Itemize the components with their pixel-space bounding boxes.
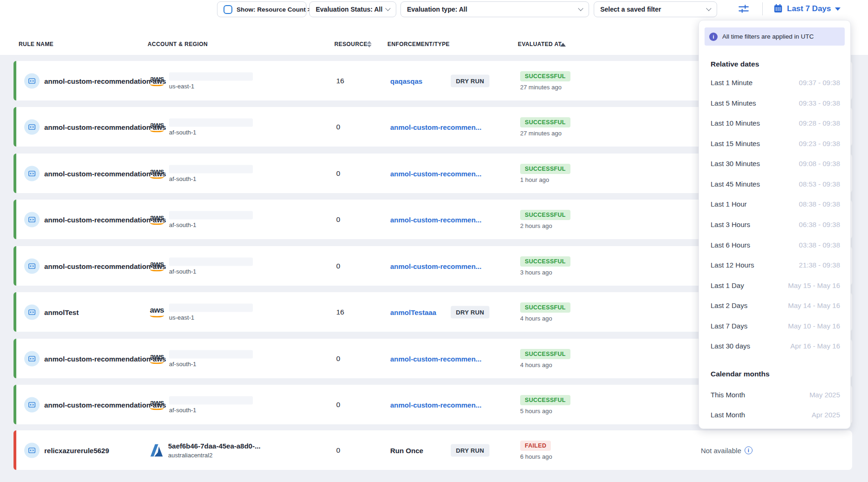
table-row[interactable]: relicxazurerule5629 5aef6b46-7daa-45ea-a… bbox=[14, 430, 852, 470]
status-badge: SUCCESSFUL bbox=[520, 117, 570, 127]
enforcement-link[interactable]: anmol-custom-recommen... bbox=[390, 215, 481, 223]
date-option-last-month[interactable]: Last Month Apr 2025 bbox=[711, 405, 840, 425]
date-option-last-15-minutes[interactable]: Last 15 Minutes 09:23 - 09:38 bbox=[711, 134, 840, 154]
date-option-last-2-days[interactable]: Last 2 Days May 14 - May 16 bbox=[711, 295, 840, 315]
evaluated-time: 1 hour ago bbox=[520, 176, 549, 183]
enforcement-link[interactable]: qaqasqas bbox=[390, 77, 422, 85]
evaluation-status-select[interactable]: Evaluation Status: All bbox=[309, 1, 396, 17]
option-range: 09:23 - 09:38 bbox=[799, 140, 840, 147]
date-option-last-45-minutes[interactable]: Last 45 Minutes 08:53 - 09:38 bbox=[711, 174, 840, 194]
date-option-last-30-minutes[interactable]: Last 30 Minutes 09:08 - 09:38 bbox=[711, 154, 840, 174]
evaluated-at-cell: SUCCESSFUL 5 hours ago bbox=[520, 395, 570, 415]
status-badge: SUCCESSFUL bbox=[520, 210, 570, 220]
evaluated-time: 5 hours ago bbox=[520, 408, 552, 415]
date-range-dropdown: i All time filters are applied in UTC Re… bbox=[698, 20, 851, 429]
region-label: af-south-1 bbox=[169, 221, 253, 228]
azure-logo-icon bbox=[148, 443, 165, 457]
option-label: Last 1 Day bbox=[711, 281, 744, 289]
account-id-redacted bbox=[169, 303, 253, 312]
status-accent-bar bbox=[14, 430, 16, 470]
filter-settings-button[interactable] bbox=[737, 3, 751, 16]
evaluated-at-cell: SUCCESSFUL 3 hours ago bbox=[520, 256, 570, 276]
account-id-redacted bbox=[169, 396, 253, 404]
date-option-last-3-hours[interactable]: Last 3 Hours 06:38 - 09:38 bbox=[711, 214, 840, 234]
header-evaluated-at[interactable]: EVALUATED AT bbox=[518, 41, 562, 47]
date-option-last-5-minutes[interactable]: Last 5 Minutes 09:33 - 09:38 bbox=[711, 93, 840, 113]
enforcement-link[interactable]: anmol-custom-recommen... bbox=[390, 262, 481, 270]
resource-count-checkbox[interactable] bbox=[224, 5, 232, 14]
utc-notice: i All time filters are applied in UTC bbox=[705, 27, 845, 46]
region-label: af-south-1 bbox=[169, 360, 253, 367]
enforcement-link[interactable]: anmolTestaaa bbox=[390, 308, 436, 316]
date-option-this-month[interactable]: This Month May 2025 bbox=[711, 385, 840, 405]
option-range: 09:28 - 09:38 bbox=[799, 119, 840, 127]
option-label: Last 10 Minutes bbox=[711, 119, 760, 127]
date-range-label: Last 7 Days bbox=[787, 4, 831, 13]
account-region-cell: aws af-south-1 bbox=[148, 118, 253, 135]
date-option-last-30-days[interactable]: Last 30 days Apr 16 - May 16 bbox=[711, 336, 840, 356]
date-option-last-6-hours[interactable]: Last 6 Hours 03:38 - 09:38 bbox=[711, 235, 840, 255]
status-accent-bar bbox=[14, 339, 16, 378]
enforcement-link[interactable]: anmol-custom-recommen... bbox=[390, 169, 481, 177]
status-badge: SUCCESSFUL bbox=[520, 395, 570, 405]
status-badge: SUCCESSFUL bbox=[520, 71, 570, 81]
date-option-last-10-minutes[interactable]: Last 10 Minutes 09:28 - 09:38 bbox=[711, 113, 840, 133]
resource-count: 0 bbox=[336, 355, 340, 363]
aws-logo-icon: aws bbox=[148, 261, 166, 272]
saved-filter-select[interactable]: Select a saved filter bbox=[594, 1, 717, 17]
aws-logo-icon: aws bbox=[148, 168, 166, 179]
region-label: af-south-1 bbox=[169, 406, 253, 413]
header-rule-name: RULE NAME bbox=[19, 41, 54, 47]
info-icon[interactable]: i bbox=[745, 446, 753, 454]
evaluation-status-label: Evaluation Status: All bbox=[316, 6, 382, 13]
rule-icon bbox=[24, 351, 40, 366]
date-option-last-1-minute[interactable]: Last 1 Minute 09:37 - 09:38 bbox=[711, 73, 840, 93]
rule-icon bbox=[24, 442, 40, 458]
rule-icon bbox=[24, 397, 40, 412]
evaluated-at-cell: SUCCESSFUL 4 hours ago bbox=[520, 349, 570, 368]
account-region-cell: 5aef6b46-7daa-45ea-a8d0-... australiacen… bbox=[148, 442, 260, 459]
date-option-last-1-hour[interactable]: Last 1 Hour 08:38 - 09:38 bbox=[711, 194, 840, 214]
date-range-button[interactable]: Last 7 Days bbox=[773, 2, 841, 16]
enforcement-link[interactable]: anmol-custom-recommen... bbox=[390, 355, 481, 362]
evaluated-time: 2 hours ago bbox=[520, 222, 552, 229]
aws-logo-icon: aws bbox=[148, 121, 166, 133]
sort-icon[interactable] bbox=[367, 41, 372, 47]
dry-run-badge: DRY RUN bbox=[451, 306, 489, 318]
option-label: This Month bbox=[711, 391, 745, 399]
enforcement-link[interactable]: anmol-custom-recommen... bbox=[390, 123, 481, 131]
evaluated-at-cell: SUCCESSFUL 27 minutes ago bbox=[520, 71, 570, 91]
option-range: 06:38 - 09:38 bbox=[799, 221, 840, 228]
option-range: 09:33 - 09:38 bbox=[799, 99, 840, 107]
rule-name: relicxazurerule5629 bbox=[44, 446, 109, 454]
rule-icon bbox=[24, 166, 40, 181]
resource-count: 0 bbox=[336, 215, 340, 224]
show-resource-count-filter[interactable]: Show: Resource Count > 0 bbox=[217, 1, 306, 17]
status-badge: SUCCESSFUL bbox=[520, 164, 570, 174]
evaluated-at-cell: SUCCESSFUL 27 minutes ago bbox=[520, 117, 570, 137]
account-region-cell: aws us-east-1 bbox=[148, 72, 253, 89]
evaluated-time: 6 hours ago bbox=[520, 453, 552, 460]
toolbar-divider bbox=[762, 2, 763, 15]
status-accent-bar bbox=[14, 154, 16, 193]
sort-ascending-icon[interactable] bbox=[560, 43, 566, 47]
option-label: Last 6 Hours bbox=[711, 241, 750, 249]
option-label: Last 2 Days bbox=[711, 301, 747, 309]
info-icon: i bbox=[709, 33, 718, 41]
region-label: us-east-1 bbox=[169, 314, 253, 321]
header-resource[interactable]: RESOURCE bbox=[334, 41, 367, 47]
resource-count: 0 bbox=[336, 262, 340, 270]
account-id-redacted bbox=[169, 72, 253, 80]
region-label: australiacentral2 bbox=[168, 452, 260, 459]
date-option-last-7-days[interactable]: Last 7 Days May 10 - May 16 bbox=[711, 316, 840, 336]
date-option-last-12-hours[interactable]: Last 12 Hours 21:38 - 09:38 bbox=[711, 255, 840, 275]
option-label: Last 30 days bbox=[711, 342, 750, 350]
evaluation-type-label: Evaluation type: All bbox=[407, 6, 467, 13]
date-option-last-1-day[interactable]: Last 1 Day May 15 - May 16 bbox=[711, 275, 840, 295]
evaluation-type-select[interactable]: Evaluation type: All bbox=[400, 1, 589, 17]
status-badge: FAILED bbox=[520, 441, 551, 451]
enforcement-link[interactable]: anmol-custom-recommen... bbox=[390, 401, 481, 408]
rule-icon bbox=[24, 304, 40, 320]
not-available-cell: Not available i bbox=[701, 446, 753, 454]
account-id-redacted bbox=[169, 165, 253, 173]
